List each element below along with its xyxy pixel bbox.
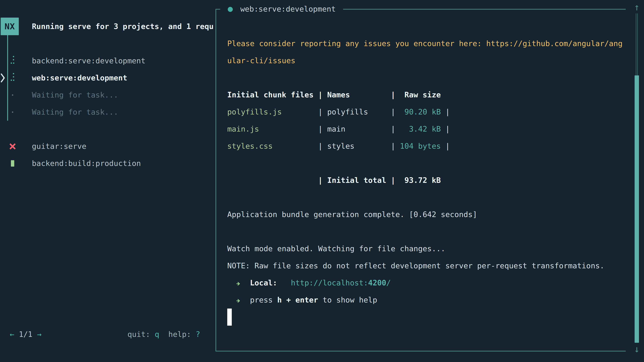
terminal-text: Please consider reporting any issues you…	[227, 39, 622, 65]
shortcut-spacer	[191, 330, 196, 339]
error-cross-icon	[9, 143, 16, 150]
terminal-text: Watch mode enabled. Watching for file ch…	[227, 244, 445, 253]
terminal-pane-title: web:serve:development	[240, 1, 336, 17]
selected-chevron-icon	[0, 73, 5, 83]
task-icon-box	[9, 69, 16, 86]
pane-border-top	[343, 9, 626, 9]
terminal-line: Initial chunk files | Names | Raw size	[227, 86, 625, 103]
terminal-text	[227, 296, 236, 304]
terminal-line: main.js | main | 3.42 kB |	[227, 120, 625, 138]
localhost-link[interactable]: http://localhost:	[291, 278, 368, 287]
scroll-down-arrow-icon[interactable]: ↓	[632, 343, 641, 355]
sidebar-task-row[interactable]: web:serve:development	[0, 69, 216, 86]
terminal-line	[227, 309, 625, 326]
terminal-line	[227, 223, 625, 240]
terminal-line	[227, 155, 625, 172]
localhost-link[interactable]: /	[386, 278, 391, 287]
terminal-text: Application bundle generation complete. …	[227, 210, 477, 219]
terminal-text	[227, 278, 236, 287]
terminal-text: 104 bytes	[400, 142, 441, 150]
spinner-icon	[11, 56, 14, 64]
nx-logo: NX	[1, 17, 19, 35]
task-icon-box	[9, 104, 16, 121]
terminal-text: polyfills.js	[227, 107, 282, 116]
terminal-text: press	[250, 296, 277, 304]
terminal-line: Local: http://localhost:4200/	[227, 274, 625, 292]
pane-border-top-stub	[216, 9, 220, 9]
scrollbar-thumb[interactable]	[634, 75, 639, 343]
arrow-right-icon	[236, 292, 241, 309]
task-label: backend:serve:development	[32, 52, 146, 69]
shortcut-spacer	[150, 330, 155, 339]
terminal-text: 3.42 kB	[400, 124, 441, 133]
waiting-dot-icon	[12, 111, 13, 113]
terminal-text: Local:	[250, 278, 277, 287]
sidebar-task-row[interactable]: guitar:serve	[0, 138, 216, 155]
nx-tui-screen: NX Running serve for 3 projects, and 1 r…	[0, 0, 644, 362]
terminal-line: NOTE: Raw file sizes do not reflect deve…	[227, 257, 625, 274]
terminal-text: NOTE: Raw file sizes do not reflect deve…	[227, 261, 604, 270]
quit-label: quit:	[128, 330, 150, 339]
localhost-link[interactable]: 4200	[368, 278, 386, 287]
help-label: help:	[168, 330, 191, 339]
terminal-text	[241, 296, 250, 304]
terminal-line: Watch mode enabled. Watching for file ch…	[227, 240, 625, 257]
sidebar-task-row[interactable]: backend:build:production	[0, 155, 216, 172]
terminal-text	[241, 278, 250, 287]
running-status-dot-icon	[228, 7, 233, 12]
terminal-line: Application bundle generation complete. …	[227, 206, 625, 223]
page-indicator	[14, 330, 19, 339]
page-indicator-label: 1/1	[19, 330, 32, 339]
task-sidebar: NX Running serve for 3 projects, and 1 r…	[0, 0, 216, 362]
terminal-text: | Initial total | 93.72 kB	[227, 176, 441, 185]
terminal-text: enter	[295, 296, 318, 304]
waiting-dot-icon	[12, 94, 13, 96]
sidebar-task-row[interactable]: backend:serve:development	[0, 52, 216, 69]
arrow-right-icon	[236, 274, 241, 292]
task-icon-box	[9, 86, 16, 104]
task-icon-box	[9, 52, 16, 69]
terminal-line: styles.css | styles | 104 bytes |	[227, 138, 625, 155]
scroll-up-arrow-icon[interactable]: ↑	[632, 1, 641, 13]
terminal-cursor	[227, 309, 232, 326]
task-label: guitar:serve	[32, 138, 86, 155]
terminal-text: +	[282, 296, 295, 304]
terminal-text: styles.css	[227, 142, 273, 150]
sidebar-task-row[interactable]: Waiting for task...	[0, 86, 216, 104]
pagination: ← 1/1 →	[10, 326, 42, 343]
next-page-arrow-icon[interactable]: →	[37, 330, 42, 339]
pane-border-left	[216, 9, 216, 352]
terminal-line: press h + enter to show help	[227, 292, 625, 309]
sidebar-task-row[interactable]: Waiting for task...	[0, 104, 216, 121]
terminal-text: |	[441, 107, 450, 116]
header-title: Running serve for 3 projects, and 1 requ	[32, 18, 214, 35]
terminal-text	[277, 278, 291, 287]
terminal-line: | Initial total | 93.72 kB	[227, 172, 625, 189]
task-label: Waiting for task...	[32, 86, 118, 104]
scrollbar-track[interactable]	[636, 13, 638, 75]
terminal-line	[227, 69, 625, 86]
terminal-text: to show help	[318, 296, 377, 304]
terminal-text: Initial chunk files | Names | Raw size	[227, 90, 441, 99]
help-key: ?	[196, 330, 200, 339]
terminal-line	[227, 189, 625, 206]
terminal-text: |	[441, 124, 450, 133]
terminal-text: main.js	[227, 124, 259, 133]
terminal-output: Please consider reporting any issues you…	[227, 35, 625, 326]
terminal-text: | main |	[259, 124, 400, 133]
terminal-text: | styles |	[273, 142, 400, 150]
terminal-text: 90.20 kB	[400, 107, 441, 116]
shortcut-spacer	[159, 330, 168, 339]
page-indicator-spacer	[32, 330, 37, 339]
task-icon-box	[9, 138, 16, 155]
spinner-icon	[11, 73, 14, 81]
terminal-text: h	[277, 296, 282, 304]
terminal-text: | polyfills |	[282, 107, 400, 116]
pane-border-bottom	[216, 351, 626, 352]
terminal-text: |	[441, 142, 450, 150]
prev-page-arrow-icon[interactable]: ←	[10, 330, 14, 339]
keyboard-shortcuts: quit: q help: ?	[128, 326, 200, 343]
quit-key: q	[155, 330, 159, 339]
task-label: Waiting for task...	[32, 104, 118, 121]
terminal-line: polyfills.js | polyfills | 90.20 kB |	[227, 103, 625, 120]
